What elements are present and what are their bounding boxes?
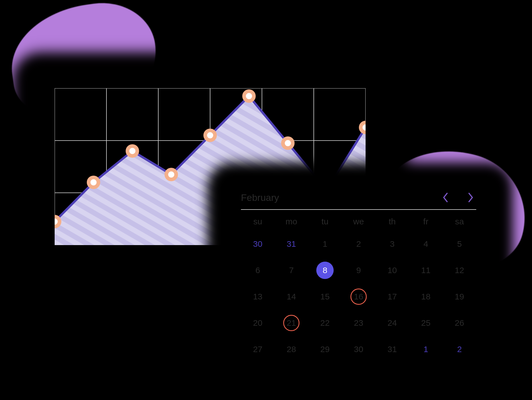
svg-point-18 (129, 148, 136, 154)
calendar-day[interactable]: 15 (308, 288, 342, 305)
calendar-day[interactable]: 18 (409, 288, 443, 305)
svg-point-24 (246, 93, 252, 99)
chevron-left-icon (442, 192, 449, 203)
calendar-weekday: sa (443, 217, 476, 226)
calendar-day[interactable]: 1 (409, 341, 443, 358)
calendar-weekday: tu (308, 217, 342, 226)
calendar-weekday: we (342, 217, 375, 226)
calendar-day[interactable]: 17 (375, 288, 409, 305)
calendar-day[interactable]: 6 (241, 262, 275, 279)
next-month-button[interactable] (465, 192, 476, 203)
calendar-weekday: su (241, 217, 275, 226)
calendar-day[interactable]: 22 (308, 314, 342, 332)
calendar-day[interactable]: 30 (342, 341, 375, 358)
calendar-day[interactable]: 13 (241, 288, 275, 305)
calendar-day[interactable]: 19 (443, 288, 476, 305)
calendar-day[interactable]: 3 (375, 235, 409, 253)
calendar-day[interactable]: 31 (375, 341, 409, 358)
calendar-day[interactable]: 11 (409, 262, 443, 279)
calendar-day[interactable]: 1 (308, 235, 342, 253)
chevron-right-icon (467, 192, 474, 203)
calendar-day[interactable]: 5 (443, 235, 476, 253)
calendar-day[interactable]: 20 (241, 314, 275, 332)
calendar-weekday: fr (409, 217, 443, 226)
calendar-day[interactable]: 27 (241, 341, 275, 358)
calendar-card: February sumotuwethfrsa30311234567891011… (224, 176, 493, 384)
calendar-day[interactable]: 31 (275, 235, 308, 253)
calendar-day[interactable]: 2 (342, 235, 375, 253)
calendar-month-label: February (241, 192, 279, 203)
calendar-weekday: mo (275, 217, 308, 226)
calendar-day[interactable]: 21 (275, 314, 308, 332)
calendar-day[interactable]: 16 (342, 288, 375, 305)
calendar-day[interactable]: 10 (375, 262, 409, 279)
calendar-day[interactable]: 24 (375, 314, 409, 332)
calendar-nav (440, 192, 476, 203)
calendar-weekday: th (375, 217, 409, 226)
calendar-day[interactable]: 12 (443, 262, 476, 279)
calendar-header: February (241, 192, 476, 210)
svg-point-22 (207, 132, 213, 138)
calendar-day[interactable]: 23 (342, 314, 375, 332)
svg-point-20 (168, 171, 174, 178)
calendar-day[interactable]: 26 (443, 314, 476, 332)
calendar-day[interactable]: 28 (275, 341, 308, 358)
calendar-day[interactable]: 2 (443, 341, 476, 358)
prev-month-button[interactable] (440, 192, 451, 203)
calendar-day[interactable]: 4 (409, 235, 443, 253)
calendar-day[interactable]: 29 (308, 341, 342, 358)
calendar-day[interactable]: 30 (241, 235, 275, 253)
svg-point-26 (285, 140, 291, 146)
calendar-day[interactable]: 25 (409, 314, 443, 332)
calendar-day[interactable]: 8 (308, 262, 342, 279)
calendar-day[interactable]: 9 (342, 262, 375, 279)
calendar-grid: sumotuwethfrsa30311234567891011121314151… (241, 217, 476, 358)
calendar-day[interactable]: 7 (275, 262, 308, 279)
calendar-day[interactable]: 14 (275, 288, 308, 305)
svg-point-16 (90, 179, 97, 185)
